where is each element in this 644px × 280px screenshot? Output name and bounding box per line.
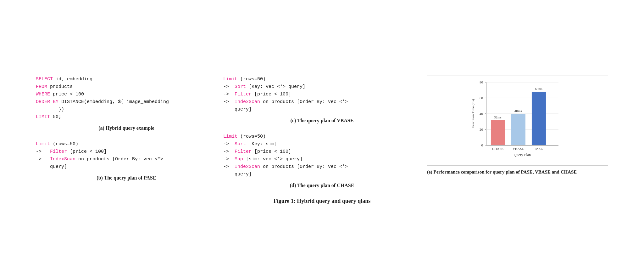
svg-text:40ms: 40ms [514,109,522,113]
code-text: -> [223,92,235,97]
code-text: [sim: vec <*> query] [243,157,303,162]
code-text: -> [36,157,50,162]
code-text: -> [223,141,235,147]
code-text: -> [36,149,50,154]
bar-chart: 0 20 40 60 80 [430,79,605,161]
bar-pase [532,92,546,145]
code-text: products [47,84,73,89]
svg-text:0: 0 [481,143,483,147]
code-line-b4: query] [36,163,217,171]
code-line-1: SELECT id, embedding [36,76,217,83]
panel-a: SELECT id, embedding FROM products WHERE… [36,76,217,131]
keyword-limit: LIMIT [36,114,50,120]
code-line-b1: Limit (rows=50) [36,140,217,148]
code-text: -> [223,84,235,89]
figure-main-caption: Figure 1: Hybrid query and query qlans [36,198,608,204]
keyword-sort-c: Sort [235,84,246,89]
bar-chase [491,120,505,145]
keyword-filter-c: Filter [235,92,252,97]
svg-text:CHASE: CHASE [492,147,503,151]
keyword-from: FROM [36,84,47,89]
svg-text:VBASE: VBASE [513,147,524,151]
svg-text:60: 60 [480,96,483,100]
keyword-orderby: ORDER BY [36,99,58,105]
code-line-6: LIMIT 50; [36,113,217,121]
code-line-b3: -> IndexScan on products [Order By: vec … [36,156,217,163]
panel-d-code: Limit (rows=50) -> Sort [Key: sim] -> Fi… [223,133,421,178]
code-line-c3: -> Filter [price < 100] [223,91,421,98]
keyword-filter-b: Filter [50,149,67,154]
code-text: query] [36,164,67,169]
code-text: on products [Order By: vec <*> [260,99,348,105]
chart-wrapper: 0 20 40 60 80 [427,76,608,166]
panel-d: Limit (rows=50) -> Sort [Key: sim] -> Fi… [223,133,421,188]
keyword-sort-d: Sort [235,141,246,147]
panels-row: SELECT id, embedding FROM products WHERE… [36,76,608,188]
keyword-filter-d: Filter [235,149,252,154]
code-line-5: }) [36,106,217,113]
svg-text:Execution Time (ms): Execution Time (ms) [471,99,475,128]
code-text: [price < 100] [252,92,291,97]
code-text: [price < 100] [252,149,291,154]
code-text: on products [Order By: vec <*> [75,157,163,162]
panel-b-caption: (b) The query plan of PASE [36,175,217,181]
panel-e-caption: (e) Performance comparison for query pla… [427,169,608,175]
keyword-indexscan-c: IndexScan [235,99,260,105]
code-text: 50; [50,114,61,120]
panel-a-caption: (a) Hybrid query example [36,125,217,131]
code-line-d3: -> Filter [price < 100] [223,148,421,156]
panel-c-caption: (c) The query plan of VBASE [223,118,421,123]
code-text: query] [223,107,252,112]
panel-b: Limit (rows=50) -> Filter [price < 100] … [36,140,217,181]
panel-a-code: SELECT id, embedding FROM products WHERE… [36,76,217,121]
code-line-c5: query] [223,106,421,113]
code-text: [Key: vec <*> query] [246,84,305,89]
svg-text:40: 40 [480,112,483,116]
code-text: [Key: sim] [246,141,277,147]
code-text: (rows=50) [237,77,266,82]
code-text: -> [223,157,235,162]
code-line-d6: query] [223,171,421,178]
code-line-d4: -> Map [sim: vec <*> query] [223,156,421,163]
code-text: -> [223,99,235,105]
keyword-select: SELECT [36,77,53,82]
code-text: price < 100 [50,92,84,97]
panel-c: Limit (rows=50) -> Sort [Key: vec <*> qu… [223,76,421,123]
code-line-d1: Limit (rows=50) [223,133,421,140]
svg-text:PASE: PASE [535,147,543,151]
keyword-limit-d: Limit [223,134,237,139]
svg-text:20: 20 [480,128,483,131]
code-line-2: FROM products [36,83,217,91]
left-column: SELECT id, embedding FROM products WHERE… [36,76,217,181]
keyword-map-d: Map [235,157,243,162]
code-line-c2: -> Sort [Key: vec <*> query] [223,83,421,91]
keyword-where: WHERE [36,92,50,97]
code-line-c4: -> IndexScan on products [Order By: vec … [223,98,421,106]
panel-d-caption: (d) The query plan of CHASE [223,183,421,188]
keyword-limit-b: Limit [36,141,50,147]
keyword-indexscan-d: IndexScan [235,164,260,169]
code-text: -> [223,149,235,154]
panel-e: 0 20 40 60 80 [427,76,608,175]
code-line-4: ORDER BY DISTANCE(embedding, ${ image_em… [36,98,217,106]
right-column: 0 20 40 60 80 [427,76,608,175]
code-text: on products [Order By: vec <*> [260,164,348,169]
code-text: query] [223,172,252,177]
code-text: [price < 100] [67,149,107,154]
code-line-d2: -> Sort [Key: sim] [223,140,421,148]
panel-c-code: Limit (rows=50) -> Sort [Key: vec <*> qu… [223,76,421,113]
panel-b-code: Limit (rows=50) -> Filter [price < 100] … [36,140,217,171]
bar-vbase [511,114,525,145]
svg-text:32ms: 32ms [494,115,502,119]
code-text: id, embedding [53,77,92,82]
svg-text:68ms: 68ms [535,87,542,91]
code-text: -> [223,164,235,169]
keyword-indexscan-b: IndexScan [50,157,75,162]
code-line-c1: Limit (rows=50) [223,76,421,83]
code-text: }) [36,107,64,112]
middle-column: Limit (rows=50) -> Sort [Key: vec <*> qu… [223,76,421,188]
svg-text:80: 80 [480,80,483,84]
code-line-d5: -> IndexScan on products [Order By: vec … [223,163,421,171]
figure-container: SELECT id, embedding FROM products WHERE… [23,69,621,211]
code-text: (rows=50) [237,134,266,139]
